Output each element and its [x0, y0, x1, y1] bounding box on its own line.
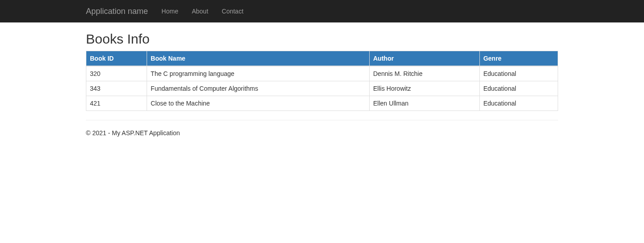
cell-author: Dennis M. Ritchie: [369, 66, 479, 81]
navbar-brand[interactable]: Application name: [86, 0, 155, 22]
cell-genre: Educational: [479, 96, 558, 111]
cell-genre: Educational: [479, 81, 558, 96]
cell-book-name: The C programming language: [147, 66, 370, 81]
table-header-row: Book ID Book Name Author Genre: [86, 51, 558, 66]
nav-link-contact[interactable]: Contact: [215, 0, 250, 22]
col-header-author: Author: [369, 51, 479, 66]
nav-item-contact: Contact: [215, 0, 250, 22]
table-row: 421 Close to the Machine Ellen Ullman Ed…: [86, 96, 558, 111]
cell-book-name: Fundamentals of Computer Algorithms: [147, 81, 370, 96]
cell-book-id: 320: [86, 66, 147, 81]
col-header-book-id: Book ID: [86, 51, 147, 66]
navbar: Application name Home About Contact: [0, 0, 644, 22]
nav-link-home[interactable]: Home: [155, 0, 185, 22]
nav-item-home: Home: [155, 0, 185, 22]
main-container: Books Info Book ID Book Name Author Genr…: [79, 31, 565, 137]
table-row: 343 Fundamentals of Computer Algorithms …: [86, 81, 558, 96]
cell-book-name: Close to the Machine: [147, 96, 370, 111]
navbar-nav: Home About Contact: [155, 0, 250, 22]
footer: © 2021 - My ASP.NET Application: [86, 129, 558, 137]
page-title: Books Info: [86, 31, 558, 46]
footer-text: © 2021 - My ASP.NET Application: [86, 129, 558, 137]
cell-book-id: 343: [86, 81, 147, 96]
books-table: Book ID Book Name Author Genre 320 The C…: [86, 51, 558, 111]
cell-author: Ellen Ullman: [369, 96, 479, 111]
col-header-book-name: Book Name: [147, 51, 370, 66]
footer-divider: [86, 120, 558, 120]
table-head: Book ID Book Name Author Genre: [86, 51, 558, 66]
cell-author: Ellis Horowitz: [369, 81, 479, 96]
col-header-genre: Genre: [479, 51, 558, 66]
nav-item-about: About: [185, 0, 215, 22]
table-body: 320 The C programming language Dennis M.…: [86, 66, 558, 111]
nav-link-about[interactable]: About: [185, 0, 215, 22]
table-row: 320 The C programming language Dennis M.…: [86, 66, 558, 81]
cell-genre: Educational: [479, 66, 558, 81]
navbar-container: Application name Home About Contact: [79, 0, 565, 22]
cell-book-id: 421: [86, 96, 147, 111]
